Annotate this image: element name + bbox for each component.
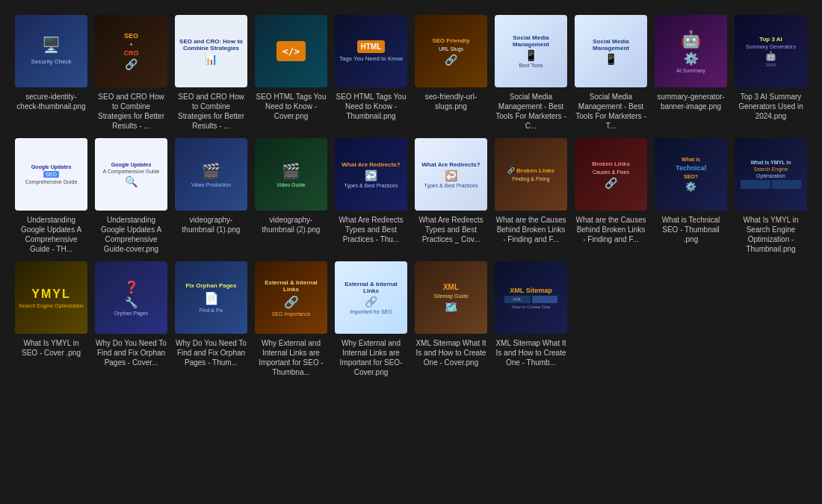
thumbnail-seo-cro-2: SEO and CRO: How to Combine Strategies 📊 xyxy=(175,15,247,87)
thumbnail-summary-generator: 🤖 ⚙️ AI Summary xyxy=(655,15,727,87)
thumbnail-redirects-thumb: What Are Redirects? ↩️ Types & Best Prac… xyxy=(335,138,407,211)
card-top3-ai[interactable]: Top 3 AI Summary Generators 🤖 2024 Top 3… xyxy=(735,15,807,131)
thumbnail-ymyl-cover: YMYL Search Engine Optimization xyxy=(15,261,87,334)
card-label-google-updates-cover: Understanding Google Updates A Comprehen… xyxy=(95,215,167,254)
card-label-redirects-thumb: What Are Redirects Types and Best Practi… xyxy=(335,215,407,244)
card-label-videography-thumb1: videography-thumbnail (1).png xyxy=(175,215,247,234)
thumbnail-broken-links-cover: Broken Links Causes & Fixes 🔗 xyxy=(575,138,647,211)
card-ymyl-cover[interactable]: YMYL Search Engine Optimization What Is … xyxy=(15,261,87,377)
card-label-orphan-pages-thumb: Why Do You Need To Find and Fix Orphan P… xyxy=(175,338,247,367)
thumbnail-social-media-cover: Social Media Management 📱 Best Tools xyxy=(495,15,567,87)
card-seo-cro-2[interactable]: SEO and CRO: How to Combine Strategies 📊… xyxy=(175,15,247,131)
card-xml-sitemap-thumb[interactable]: XML Sitemap XML How to Create One XML Si… xyxy=(495,261,567,377)
card-label-social-media-thumb: Social Media Management - Best Tools For… xyxy=(575,92,647,131)
card-label-top3-ai: Top 3 AI Summary Generators Used in 2024… xyxy=(735,92,807,121)
card-google-updates-cover[interactable]: Google Updates A Comprehensive Guide 🔍 U… xyxy=(95,138,167,254)
thumbnail-videography-thumb2: 🎬 Video Guide xyxy=(255,138,327,211)
thumbnail-redirects-cover: What Are Redirects? ↩️ Types & Best Prac… xyxy=(415,138,487,211)
card-label-redirects-cover: What Are Redirects Types and Best Practi… xyxy=(415,215,487,244)
card-label-technical-seo: What is Technical SEO - Thumbnail .png xyxy=(655,215,727,244)
card-orphan-pages-cover[interactable]: ❓ 🔧 Orphan Pages Why Do You Need To Find… xyxy=(95,261,167,377)
thumbnail-broken-links-finding: 🔗 Broken Links Finding & Fixing xyxy=(495,138,567,211)
card-label-videography-thumb2: videography-thumbnail (2).png xyxy=(255,215,327,234)
card-label-html-tags-thumb: SEO HTML Tags You Need to Know - Thumbna… xyxy=(335,92,407,121)
card-orphan-pages-thumb[interactable]: Fix Orphan Pages 📄 Find & Fix Why Do You… xyxy=(175,261,247,377)
thumbnail-google-updates-cover: Google Updates A Comprehensive Guide 🔍 xyxy=(95,138,167,211)
thumbnail-html-tags-cover: </> xyxy=(255,15,327,87)
card-technical-seo[interactable]: What is Technical SEO? ⚙️ What is Techni… xyxy=(655,138,727,254)
thumbnail-top3-ai: Top 3 AI Summary Generators 🤖 2024 xyxy=(735,15,807,87)
card-html-tags-thumb[interactable]: HTML Tags You Need to Know SEO HTML Tags… xyxy=(335,15,407,131)
thumbnail-seo-url-slugs: SEO Friendly URL Slugs 🔗 xyxy=(415,15,487,87)
card-videography-thumb1[interactable]: 🎬 Video Production videography-thumbnail… xyxy=(175,138,247,254)
card-label-broken-links-cover: What are the Causes Behind Broken Links … xyxy=(575,215,647,244)
thumbnail-google-updates-thumb: Google Updates SEO Comprehensive Guide xyxy=(15,138,87,211)
card-html-tags-cover[interactable]: </> SEO HTML Tags You Need to Know - Cov… xyxy=(255,15,327,131)
card-external-internal-thumb[interactable]: External & Internal Links 🔗 SEO Importan… xyxy=(255,261,327,377)
card-label-xml-sitemap-cover: XML Sitemap What It Is and How to Create… xyxy=(415,338,487,367)
card-redirects-cover[interactable]: What Are Redirects? ↩️ Types & Best Prac… xyxy=(415,138,487,254)
card-redirects-thumb[interactable]: What Are Redirects? ↩️ Types & Best Prac… xyxy=(335,138,407,254)
card-ymyl-thumb[interactable]: What Is YMYL in Search Engine Optimizati… xyxy=(735,138,807,254)
card-google-updates-thumb[interactable]: Google Updates SEO Comprehensive Guide U… xyxy=(15,138,87,254)
card-broken-links-finding[interactable]: 🔗 Broken Links Finding & Fixing What are… xyxy=(495,138,567,254)
thumbnail-technical-seo: What is Technical SEO? ⚙️ xyxy=(655,138,727,211)
thumbnail-xml-sitemap-cover: XML Sitemap Guide 🗺️ xyxy=(415,261,487,334)
card-xml-sitemap-cover[interactable]: XML Sitemap Guide 🗺️ XML Sitemap What It… xyxy=(415,261,487,377)
card-label-orphan-pages-cover: Why Do You Need To Find and Fix Orphan P… xyxy=(95,338,167,367)
thumbnail-social-media-thumb: Social Media Management 📱 xyxy=(575,15,647,87)
thumbnail-html-tags-thumb: HTML Tags You Need to Know xyxy=(335,15,407,87)
card-label-seo-cro-1: SEO and CRO How to Combine Strategies fo… xyxy=(95,92,167,131)
card-label-external-internal-cover: Why External and Internal Links are Impo… xyxy=(335,338,407,377)
card-label-broken-links-finding: What are the Causes Behind Broken Links … xyxy=(495,215,567,244)
thumbnail-secure-identity: 🖥️ Security Check xyxy=(15,15,87,87)
card-label-secure-identity: secure-identity-check-thumbnail.png xyxy=(15,92,87,111)
card-label-social-media-cover: Social Media Management - Best Tools For… xyxy=(495,92,567,131)
card-videography-thumb2[interactable]: 🎬 Video Guide videography-thumbnail (2).… xyxy=(255,138,327,254)
card-social-media-thumb[interactable]: Social Media Management 📱 Social Media M… xyxy=(575,15,647,131)
card-label-summary-generator: summary-generator-banner-image.png xyxy=(655,92,727,111)
thumbnail-seo-cro-1: SEO + CRO 🔗 xyxy=(95,15,167,87)
card-label-ymyl-thumb: What Is YMYL in Search Engine Optimizati… xyxy=(735,215,807,254)
thumbnail-external-internal-cover: External & Internal Links 🔗 Important fo… xyxy=(335,261,407,334)
thumbnail-videography-thumb1: 🎬 Video Production xyxy=(175,138,247,211)
card-broken-links-cover[interactable]: Broken Links Causes & Fixes 🔗 What are t… xyxy=(575,138,647,254)
thumbnail-orphan-pages-cover: ❓ 🔧 Orphan Pages xyxy=(95,261,167,334)
card-social-media-cover[interactable]: Social Media Management 📱 Best Tools Soc… xyxy=(495,15,567,131)
card-label-seo-url-slugs: seo-friendly-url-slugs.png xyxy=(415,92,487,111)
card-label-external-internal-thumb: Why External and Internal Links are Impo… xyxy=(255,338,327,377)
media-grid: 🖥️ Security Check secure-identity-check-… xyxy=(15,15,807,377)
thumbnail-ymyl-thumb: What Is YMYL in Search Engine Optimizati… xyxy=(735,138,807,211)
card-secure-identity[interactable]: 🖥️ Security Check secure-identity-check-… xyxy=(15,15,87,131)
card-label-ymyl-cover: What Is YMYL in SEO - Cover .png xyxy=(15,338,87,358)
card-label-google-updates-thumb: Understanding Google Updates A Comprehen… xyxy=(15,215,87,254)
card-summary-generator[interactable]: 🤖 ⚙️ AI Summary summary-generator-banner… xyxy=(655,15,727,131)
card-seo-cro-1[interactable]: SEO + CRO 🔗 SEO and CRO How to Combine S… xyxy=(95,15,167,131)
card-external-internal-cover[interactable]: External & Internal Links 🔗 Important fo… xyxy=(335,261,407,377)
card-label-html-tags-cover: SEO HTML Tags You Need to Know - Cover.p… xyxy=(255,92,327,121)
thumbnail-xml-sitemap-thumb: XML Sitemap XML How to Create One xyxy=(495,261,567,334)
card-label-xml-sitemap-thumb: XML Sitemap What It Is and How to Create… xyxy=(495,338,567,367)
card-seo-url-slugs[interactable]: SEO Friendly URL Slugs 🔗 seo-friendly-ur… xyxy=(415,15,487,131)
thumbnail-external-internal-thumb: External & Internal Links 🔗 SEO Importan… xyxy=(255,261,327,334)
card-label-seo-cro-2: SEO and CRO How to Combine Strategies fo… xyxy=(175,92,247,131)
thumbnail-orphan-pages-thumb: Fix Orphan Pages 📄 Find & Fix xyxy=(175,261,247,334)
